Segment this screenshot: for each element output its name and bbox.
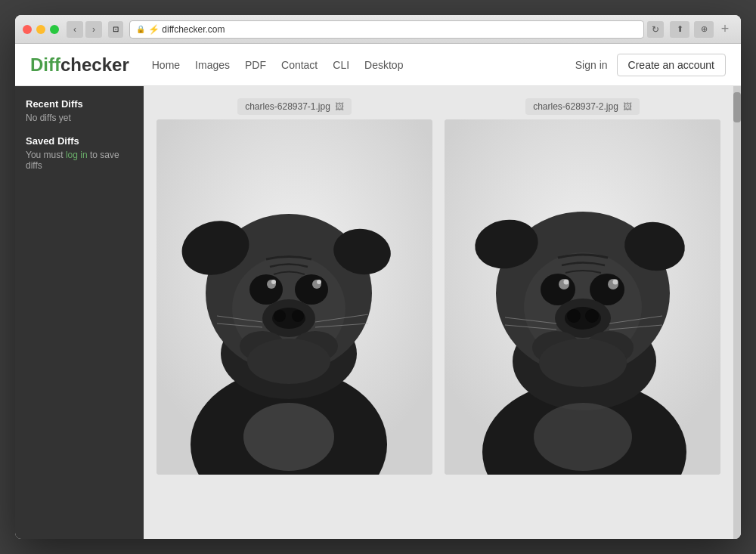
url-text: ⚡ diffchecker.com [148, 24, 225, 35]
svg-point-37 [613, 280, 618, 285]
create-account-button[interactable]: Create an account [617, 54, 726, 76]
scrollbar-thumb[interactable] [733, 92, 741, 122]
maximize-button[interactable] [50, 25, 59, 34]
tab-icon-button[interactable]: ⊡ [108, 21, 123, 38]
right-filename: charles-628937-2.jpg [533, 101, 618, 112]
nav-links: Home Images PDF Contact CLI Desktop [152, 59, 575, 71]
right-pug-image [445, 119, 720, 475]
left-file-icon: 🖼 [335, 101, 344, 112]
ssl-lock-icon: 🔒 [136, 25, 145, 33]
main-layout: Recent Diffs No diffs yet Saved Diffs Yo… [15, 86, 741, 539]
saved-diffs-text: You must log in to save diffs [26, 150, 133, 171]
sign-in-link[interactable]: Sign in [575, 59, 608, 71]
app-content: Diffchecker Home Images PDF Contact CLI … [15, 44, 741, 539]
right-image-panel: charles-628937-2.jpg 🖼 [445, 98, 720, 475]
svg-point-44 [539, 339, 627, 387]
saved-diffs-title: Saved Diffs [26, 135, 133, 147]
svg-point-49 [534, 403, 632, 471]
minimize-button[interactable] [36, 25, 45, 34]
svg-point-41 [585, 309, 599, 323]
nav-desktop[interactable]: Desktop [364, 59, 403, 71]
svg-point-12 [317, 280, 321, 284]
share-button[interactable]: ⬆ [670, 21, 689, 38]
close-button[interactable] [23, 25, 32, 34]
svg-point-8 [295, 274, 328, 305]
scrollbar[interactable] [733, 86, 741, 539]
left-pug-image [156, 119, 432, 475]
browser-window: ‹ › ⊡ 🔒 ⚡ diffchecker.com ↻ ⬆ ⊕ + Diffch… [15, 15, 741, 539]
right-file-icon: 🖼 [623, 101, 632, 112]
svg-point-7 [249, 274, 283, 305]
content-area: charles-628937-1.jpg 🖼 [144, 86, 733, 539]
svg-point-32 [541, 274, 575, 305]
recent-diffs-empty: No diffs yet [26, 113, 133, 123]
svg-point-19 [247, 339, 330, 384]
nav-home[interactable]: Home [152, 59, 180, 71]
back-button[interactable]: ‹ [67, 21, 83, 38]
svg-point-11 [271, 280, 276, 284]
nav-cli[interactable]: CLI [333, 59, 349, 71]
new-tab-button[interactable]: + [717, 21, 733, 38]
log-in-link[interactable]: log in [66, 150, 88, 160]
svg-point-16 [292, 310, 304, 322]
browser-window-controls [23, 25, 59, 34]
svg-point-40 [567, 309, 581, 323]
left-image-label: charles-628937-1.jpg 🖼 [237, 98, 352, 115]
nav-contact[interactable]: Contact [281, 59, 318, 71]
nav-actions: Sign in Create an account [575, 54, 726, 76]
svg-point-24 [243, 403, 334, 471]
right-image-box [445, 119, 720, 475]
logo-checker: checker [60, 54, 129, 75]
browser-nav-buttons: ‹ › [67, 21, 102, 38]
sidebar: Recent Diffs No diffs yet Saved Diffs Yo… [15, 86, 144, 539]
left-image-panel: charles-628937-1.jpg 🖼 [156, 98, 432, 475]
image-comparison: charles-628937-1.jpg 🖼 [156, 98, 721, 475]
recent-diffs-title: Recent Diffs [26, 98, 133, 110]
forward-button[interactable]: › [85, 21, 102, 38]
svg-point-36 [564, 280, 569, 285]
nav-images[interactable]: Images [195, 59, 230, 71]
add-bookmark-button[interactable]: ⊕ [694, 21, 714, 38]
site-logo[interactable]: Diffchecker [30, 54, 129, 76]
right-image-label: charles-628937-2.jpg 🖼 [525, 98, 640, 115]
browser-titlebar: ‹ › ⊡ 🔒 ⚡ diffchecker.com ↻ ⬆ ⊕ + [15, 15, 741, 44]
top-navbar: Diffchecker Home Images PDF Contact CLI … [15, 44, 741, 86]
nav-pdf[interactable]: PDF [245, 59, 266, 71]
left-filename: charles-628937-1.jpg [245, 101, 330, 112]
reload-button[interactable]: ↻ [647, 21, 664, 38]
address-bar[interactable]: 🔒 ⚡ diffchecker.com [129, 20, 644, 39]
browser-action-buttons: ⬆ ⊕ [670, 21, 714, 38]
logo-diff: Diff [30, 54, 60, 75]
saved-diffs-prefix: You must [26, 150, 64, 160]
svg-point-15 [274, 310, 286, 322]
left-image-box [156, 119, 432, 475]
